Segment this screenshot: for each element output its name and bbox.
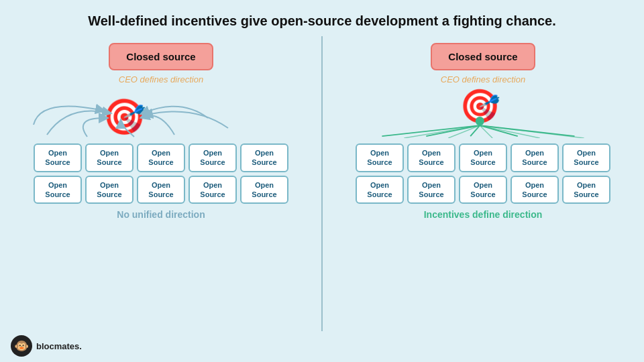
list-item: Open Source	[137, 176, 185, 204]
right-caption: Incentives define direction	[424, 209, 543, 220]
svg-text:🎯: 🎯	[103, 96, 146, 137]
left-ceo-label: CEO defines direction	[119, 74, 203, 84]
right-arrows-svg: 🎯	[335, 84, 631, 138]
list-item: Open Source	[407, 143, 455, 172]
list-item: Open Source	[511, 143, 559, 172]
left-diagram: Closed source CEO defines direction 🎯	[0, 36, 322, 351]
page-title: Well-defined incentives give open-source…	[0, 0, 644, 36]
list-item: Open Source	[562, 143, 610, 172]
logo-text: blocmates.	[36, 341, 82, 351]
list-item: Open Source	[85, 143, 133, 172]
svg-point-2	[476, 117, 484, 125]
left-caption: No unified direction	[117, 209, 205, 220]
list-item: Open Source	[34, 176, 82, 204]
left-arrows-area: 🎯	[13, 84, 309, 138]
list-item: Open Source	[356, 143, 404, 172]
list-item: Open Source	[511, 176, 559, 204]
left-closed-source-box: Closed source	[109, 43, 213, 70]
left-os-grid: Open Source Open Source Open Source Open…	[34, 143, 288, 204]
list-item: Open Source	[34, 143, 82, 172]
list-item: Open Source	[137, 143, 185, 172]
list-item: Open Source	[459, 143, 507, 172]
list-item: Open Source	[240, 176, 288, 204]
logo-icon: 🐵	[11, 335, 32, 357]
list-item: Open Source	[189, 143, 237, 172]
list-item: Open Source	[85, 176, 133, 204]
right-arrows-area: 🎯	[335, 84, 631, 138]
right-ceo-label: CEO defines direction	[441, 74, 525, 84]
logo-area: 🐵 blocmates.	[11, 335, 82, 357]
list-item: Open Source	[562, 176, 610, 204]
right-diagram: Closed source CEO defines direction 🎯	[322, 36, 644, 351]
left-arrows-svg: 🎯	[13, 84, 309, 138]
svg-line-8	[404, 125, 480, 138]
diagrams-container: Closed source CEO defines direction 🎯	[0, 36, 644, 351]
list-item: Open Source	[459, 176, 507, 204]
right-closed-source-box: Closed source	[431, 43, 535, 70]
right-os-grid: Open Source Open Source Open Source Open…	[356, 143, 610, 204]
list-item: Open Source	[189, 176, 237, 204]
list-item: Open Source	[407, 176, 455, 204]
list-item: Open Source	[240, 143, 288, 172]
list-item: Open Source	[356, 176, 404, 204]
